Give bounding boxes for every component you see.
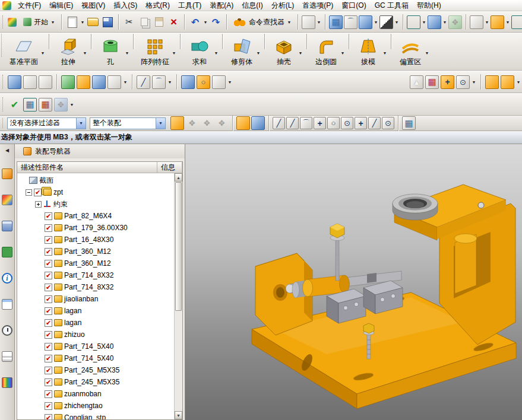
edge-blend-button[interactable]: 边倒圆	[309, 34, 346, 69]
save-button[interactable]	[101, 15, 115, 29]
sew-icon[interactable]	[456, 75, 470, 89]
text-tool-caret[interactable]	[123, 79, 128, 85]
snap-intersection-icon[interactable]	[314, 117, 326, 129]
menu-gc-toolbox[interactable]: GC 工具箱	[371, 0, 413, 12]
thread-icon[interactable]	[152, 75, 166, 89]
cut-button[interactable]	[122, 15, 136, 29]
report-icon[interactable]	[181, 75, 195, 89]
unite-caret[interactable]	[214, 50, 219, 56]
history-tab[interactable]	[2, 325, 12, 336]
project-curve-icon[interactable]	[61, 75, 75, 89]
heal-geometry-icon[interactable]	[23, 98, 37, 112]
text-tool-icon[interactable]	[107, 75, 121, 89]
redo-button[interactable]	[209, 15, 223, 29]
assembly-navigator-header[interactable]: 装配导航器	[15, 144, 185, 158]
notes-tab[interactable]	[2, 299, 12, 310]
tree-checkbox[interactable]	[45, 307, 52, 315]
column-info[interactable]: 信息	[157, 162, 182, 173]
menu-assemblies[interactable]: 装配(A)	[205, 0, 238, 12]
triangle-mesh-icon[interactable]	[410, 75, 423, 89]
menu-file[interactable]: 文件(F)	[14, 0, 45, 12]
selection-filter-combo[interactable]: 没有选择过滤器	[7, 117, 86, 129]
previous-selection-icon[interactable]	[185, 116, 199, 130]
shell-button[interactable]: 抽壳	[267, 34, 304, 69]
spot-weld-icon[interactable]	[441, 75, 454, 89]
tree-checkbox[interactable]	[45, 402, 52, 410]
tree-checkbox[interactable]	[45, 224, 52, 232]
tree-row[interactable]: zhizuo	[17, 329, 174, 341]
tree-row[interactable]: 约束	[17, 198, 174, 210]
assembly-sequence-button[interactable]	[470, 15, 483, 29]
snap-midpoint-icon[interactable]	[286, 117, 299, 129]
menu-edit[interactable]: 编辑(E)	[45, 0, 77, 12]
window-button[interactable]	[428, 15, 441, 29]
select-magnet-icon[interactable]	[170, 116, 184, 130]
menu-analysis[interactable]: 分析(L)	[267, 0, 299, 12]
show-hide-caret[interactable]	[422, 20, 426, 25]
unite-button[interactable]: 求和	[183, 34, 220, 69]
tree-row[interactable]: Part_714_5X40	[17, 352, 174, 364]
tree-checkbox[interactable]	[45, 248, 52, 256]
trim-body-button[interactable]: 修剪体	[225, 34, 262, 69]
assembly-model[interactable]	[252, 184, 516, 409]
sketch-icon[interactable]	[8, 75, 21, 89]
snap-existing-point-icon[interactable]	[355, 117, 367, 129]
chamfer-icon[interactable]	[137, 75, 150, 89]
touch-mode-button[interactable]	[302, 15, 315, 29]
display-cube-caret[interactable]	[374, 20, 378, 25]
tree-row[interactable]: Part_714_8X32	[17, 269, 174, 281]
tree-expander-icon[interactable]	[26, 189, 32, 196]
tree-checkbox[interactable]	[45, 260, 52, 268]
offset-region-button[interactable]: 偏置区	[394, 34, 431, 69]
snap-arc-center-icon[interactable]	[327, 117, 340, 129]
work-grid-icon[interactable]	[402, 116, 416, 130]
tree-row[interactable]: Part_16_48X30	[17, 234, 174, 246]
pocket-icon[interactable]	[501, 75, 514, 89]
part-navigator-tab[interactable]	[2, 195, 12, 205]
tree-checkbox[interactable]	[45, 295, 52, 303]
material-button[interactable]	[511, 15, 522, 29]
boss-icon[interactable]	[485, 75, 499, 89]
tree-checkbox[interactable]	[45, 212, 52, 220]
measure-caret[interactable]	[505, 20, 510, 25]
process-studio-tab[interactable]	[2, 351, 12, 362]
menu-format[interactable]: 格式(R)	[141, 0, 174, 12]
selection-scope-combo[interactable]: 整个装配	[90, 117, 166, 129]
undo-dropdown-caret[interactable]	[203, 20, 208, 25]
bolt-feature-icon[interactable]	[197, 75, 210, 89]
hd3d-tools-tab[interactable]	[2, 247, 12, 257]
part-cleanup-icon[interactable]	[39, 98, 52, 112]
selection-scope-dropdown[interactable]	[156, 118, 165, 129]
sew-caret[interactable]	[472, 79, 476, 85]
pattern-feature-button[interactable]: 阵列特征	[136, 34, 178, 69]
menu-view[interactable]: 视图(V)	[77, 0, 109, 12]
pattern-feature-caret[interactable]	[172, 50, 176, 56]
scrollbar-track[interactable]	[175, 182, 182, 411]
tree-checkbox[interactable]	[45, 355, 52, 362]
tree-row[interactable]: zhichengtao	[17, 400, 174, 412]
tree-checkbox[interactable]	[45, 343, 52, 351]
datum-plane-button[interactable]: 基准平面	[5, 34, 46, 69]
start-button[interactable]: 开始	[21, 16, 58, 28]
tree-checkbox[interactable]	[45, 367, 52, 374]
command-finder-caret[interactable]	[287, 20, 292, 25]
toolbar-drag-handle[interactable]	[2, 15, 3, 28]
snap-point-on-face-icon[interactable]	[382, 117, 394, 129]
view-layout-button[interactable]	[329, 15, 343, 29]
tree-checkbox[interactable]	[45, 284, 52, 291]
internet-browser-tab[interactable]	[2, 273, 12, 284]
menu-help[interactable]: 帮助(H)	[413, 0, 445, 12]
tree-row[interactable]: Part_245_M5X35	[17, 364, 174, 376]
snap-quadrant-icon[interactable]	[341, 117, 353, 129]
tree-row[interactable]: lagan	[17, 317, 174, 329]
model-canvas[interactable]	[185, 144, 522, 420]
tree-row[interactable]: jiaolianban	[17, 293, 174, 305]
copy-button[interactable]	[137, 15, 151, 29]
assembly-sequence-caret[interactable]	[485, 20, 489, 25]
intersect-curve-icon[interactable]	[77, 75, 90, 89]
window-caret[interactable]	[442, 20, 447, 25]
tree-row[interactable]: Part_179_36.00X30	[17, 222, 174, 234]
tree-row[interactable]: zpt	[17, 186, 174, 198]
hole-button[interactable]: 孔	[94, 34, 131, 69]
optimize-face-caret[interactable]	[69, 102, 74, 107]
